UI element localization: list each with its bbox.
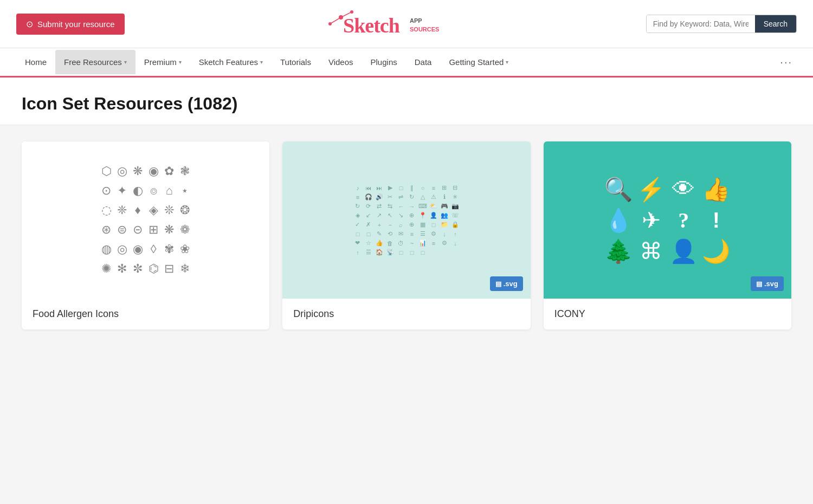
- drip-icon: ◈: [353, 212, 362, 219]
- food-icon: ❀: [180, 242, 190, 256]
- drip-icon: 👥: [440, 212, 449, 219]
- nav-getting-started[interactable]: Getting Started ▾: [440, 50, 517, 74]
- food-icon: ❂: [180, 203, 190, 217]
- drip-icon: ⊕: [408, 221, 416, 228]
- food-icon: ❈: [117, 203, 127, 217]
- icony-tree-icon: 🌲: [604, 238, 633, 264]
- submit-label: Submit your resource: [37, 20, 115, 29]
- page-title: Icon Set Resources (1082): [22, 94, 791, 114]
- drip-icon: ↘: [397, 212, 405, 219]
- nav-more[interactable]: ···: [776, 48, 797, 76]
- food-icons-grid: ⬡ ◎ ❋ ◉ ✿ ❃ ⊙ ✦ ◐ ⌾ ⌂ ⋆ ◌ ❈ ♦: [91, 153, 201, 287]
- drip-icon: □: [364, 230, 373, 237]
- drip-icon: ↓: [451, 240, 460, 247]
- icony-eye-icon: 👁: [669, 176, 698, 203]
- chevron-icon: ▾: [506, 59, 508, 65]
- drip-icon: ~: [408, 240, 416, 247]
- header: ⊙ Submit your resource Sketch APP SOURCE…: [0, 0, 813, 48]
- card-icony[interactable]: 🔍 ⚡ 👁 👍 💧 ✈ ? ! 🌲 ⌘ 👤 🌙 ▤: [544, 141, 791, 329]
- food-icon: ❁: [180, 223, 190, 237]
- nav-plugins[interactable]: Plugins: [362, 50, 406, 74]
- drip-icon: ⚙: [440, 240, 449, 247]
- badge-label: .svg: [764, 280, 778, 288]
- nav-tutorials[interactable]: Tutorials: [272, 50, 320, 74]
- card-image-icony: 🔍 ⚡ 👁 👍 💧 ✈ ? ! 🌲 ⌘ 👤 🌙 ▤: [544, 141, 791, 299]
- svg-text:APP: APP: [410, 17, 422, 24]
- icony-moon-icon: 🌙: [702, 238, 730, 264]
- nav-sketch-features[interactable]: Sketch Features ▾: [190, 50, 272, 74]
- drip-icon: ↙: [364, 212, 373, 219]
- svg-text:Sketch: Sketch: [343, 14, 400, 37]
- drip-icon: ←: [397, 203, 405, 210]
- card-food-allergen[interactable]: ⬡ ◎ ❋ ◉ ✿ ❃ ⊙ ✦ ◐ ⌾ ⌂ ⋆ ◌ ❈ ♦: [22, 141, 269, 329]
- drip-icon: ↑: [353, 249, 362, 256]
- badge-label: .svg: [504, 280, 518, 288]
- drip-icon: ☏: [451, 212, 460, 219]
- chevron-icon: ▾: [260, 59, 263, 65]
- drip-icon: ⛅: [429, 203, 438, 210]
- drip-icon: △: [418, 193, 427, 201]
- chevron-icon: ▾: [124, 59, 127, 65]
- drip-icon: ↖: [386, 212, 395, 219]
- drip-icon: 🔊: [375, 193, 384, 201]
- drip-icon: 🎮: [440, 203, 449, 210]
- search-input[interactable]: [647, 15, 755, 33]
- drip-icon: ≡: [429, 184, 438, 191]
- drip-icon: ▶: [386, 184, 395, 191]
- drip-icon: ♪: [353, 184, 362, 191]
- nav-premium[interactable]: Premium ▾: [136, 50, 190, 74]
- drip-icon: ▦: [418, 221, 427, 228]
- card-label-dripicons: Dripicons: [282, 299, 530, 329]
- icony-search-icon: 🔍: [604, 176, 633, 203]
- icony-command-icon: ⌘: [637, 238, 665, 264]
- drip-icon: 👍: [375, 240, 384, 247]
- drip-icon: 🏠: [375, 249, 384, 256]
- submit-button[interactable]: ⊙ Submit your resource: [16, 14, 125, 35]
- nav-videos[interactable]: Videos: [320, 50, 362, 74]
- food-icon: ✻: [117, 262, 127, 276]
- target-icon: ⊙: [26, 19, 33, 29]
- food-icon: ◉: [133, 242, 143, 256]
- drip-icon: ⊞: [440, 184, 449, 191]
- drip-icon: ☰: [364, 249, 373, 256]
- food-icon: ❄: [180, 262, 190, 276]
- drip-icon: ☆: [364, 240, 373, 247]
- food-icon: ✾: [164, 242, 175, 256]
- drip-icon: ⇄: [375, 203, 384, 210]
- drip-icon: ❤: [353, 240, 362, 247]
- drip-icon: ⚠: [429, 193, 438, 201]
- drip-icon: ⏱: [397, 240, 405, 247]
- icony-thumbsup-icon: 👍: [702, 176, 730, 203]
- icony-exclamation-icon: !: [702, 207, 730, 234]
- drip-icon: ≡: [408, 230, 416, 237]
- drip-icon: □: [418, 249, 427, 256]
- nav-data[interactable]: Data: [406, 50, 441, 74]
- drip-icon: ≡: [429, 240, 438, 247]
- logo[interactable]: Sketch APP SOURCES: [326, 8, 445, 40]
- drip-icon: ℹ: [440, 193, 449, 201]
- nav-free-resources[interactable]: Free Resources ▾: [55, 50, 136, 74]
- icony-drop-icon: 💧: [604, 207, 633, 234]
- svg-line-4: [330, 17, 341, 24]
- food-icon: ⊛: [101, 223, 112, 237]
- file-icon: ▤: [495, 280, 501, 288]
- drip-icon: ✉: [397, 230, 405, 237]
- search-button[interactable]: Search: [755, 15, 796, 33]
- card-label-icony: ICONY: [544, 299, 791, 329]
- drip-icon: 🎧: [364, 193, 373, 201]
- food-icon: ✿: [164, 164, 175, 178]
- food-icon: ◎: [117, 242, 127, 256]
- food-icon: ◍: [101, 242, 112, 256]
- food-icon: ◌: [101, 203, 112, 217]
- card-dripicons[interactable]: ♪ ⏮ ⏭ ▶ □ ‖ ○ ≡ ⊞ ⊟ ≡ 🎧 🔊 ✂ ⇌ ↻ △: [282, 141, 530, 329]
- nav-home[interactable]: Home: [16, 50, 55, 74]
- food-icon: ◈: [149, 203, 159, 217]
- drip-icon: 📡: [386, 249, 395, 256]
- drip-icon: 🗑: [386, 240, 395, 247]
- file-icon: ▤: [756, 280, 762, 288]
- food-icon: ⊜: [117, 223, 127, 237]
- drip-icon: ↻: [353, 203, 362, 210]
- food-icon: ⊙: [101, 184, 112, 198]
- main-content: ⬡ ◎ ❋ ◉ ✿ ❃ ⊙ ✦ ◐ ⌾ ⌂ ⋆ ◌ ❈ ♦: [0, 125, 813, 346]
- icony-lightning-icon: ⚡: [637, 176, 665, 203]
